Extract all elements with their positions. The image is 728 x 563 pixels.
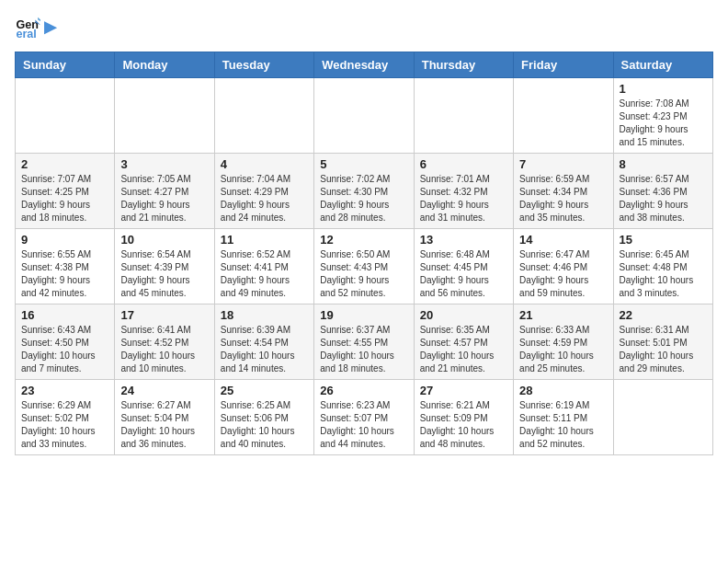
day-number: 19 xyxy=(320,308,407,322)
calendar-cell: 6Sunrise: 7:01 AM Sunset: 4:32 PM Daylig… xyxy=(414,154,513,229)
calendar-cell: 25Sunrise: 6:25 AM Sunset: 5:06 PM Dayli… xyxy=(214,380,313,455)
day-info: Sunrise: 7:04 AM Sunset: 4:29 PM Dayligh… xyxy=(221,173,308,224)
day-info: Sunrise: 6:39 AM Sunset: 4:54 PM Dayligh… xyxy=(221,324,308,375)
weekday-header-tuesday: Tuesday xyxy=(214,52,313,78)
calendar-cell: 5Sunrise: 7:02 AM Sunset: 4:30 PM Daylig… xyxy=(314,154,414,229)
calendar-cell: 17Sunrise: 6:41 AM Sunset: 4:52 PM Dayli… xyxy=(115,304,214,380)
day-number: 15 xyxy=(620,233,707,247)
calendar-cell: 4Sunrise: 7:04 AM Sunset: 4:29 PM Daylig… xyxy=(214,154,313,229)
day-info: Sunrise: 7:07 AM Sunset: 4:25 PM Dayligh… xyxy=(21,173,108,224)
day-info: Sunrise: 6:43 AM Sunset: 4:50 PM Dayligh… xyxy=(21,324,108,375)
calendar-cell xyxy=(314,78,414,154)
day-number: 7 xyxy=(519,157,607,171)
day-info: Sunrise: 6:21 AM Sunset: 5:09 PM Dayligh… xyxy=(420,399,507,451)
day-number: 18 xyxy=(221,308,308,322)
day-number: 21 xyxy=(519,308,607,322)
week-row-1: 1Sunrise: 7:08 AM Sunset: 4:23 PM Daylig… xyxy=(16,78,713,154)
calendar-cell: 22Sunrise: 6:31 AM Sunset: 5:01 PM Dayli… xyxy=(613,304,712,380)
calendar-cell: 23Sunrise: 6:29 AM Sunset: 5:02 PM Dayli… xyxy=(16,380,115,455)
page-header: Gen eral ▶ xyxy=(15,15,713,40)
day-info: Sunrise: 6:31 AM Sunset: 5:01 PM Dayligh… xyxy=(620,324,707,375)
calendar-table: SundayMondayTuesdayWednesdayThursdayFrid… xyxy=(15,52,713,455)
day-number: 6 xyxy=(420,157,507,171)
weekday-header-row: SundayMondayTuesdayWednesdayThursdayFrid… xyxy=(16,52,713,78)
logo: Gen eral ▶ xyxy=(15,15,56,40)
day-info: Sunrise: 6:25 AM Sunset: 5:06 PM Dayligh… xyxy=(221,399,308,451)
day-number: 5 xyxy=(320,157,407,171)
day-info: Sunrise: 7:01 AM Sunset: 4:32 PM Dayligh… xyxy=(420,173,507,224)
day-info: Sunrise: 6:57 AM Sunset: 4:36 PM Dayligh… xyxy=(620,173,707,224)
weekday-header-sunday: Sunday xyxy=(16,52,115,78)
day-info: Sunrise: 6:37 AM Sunset: 4:55 PM Dayligh… xyxy=(320,324,407,375)
day-number: 9 xyxy=(21,233,108,247)
weekday-header-saturday: Saturday xyxy=(613,52,712,78)
day-info: Sunrise: 6:55 AM Sunset: 4:38 PM Dayligh… xyxy=(21,248,108,300)
day-number: 23 xyxy=(21,384,108,397)
day-number: 25 xyxy=(221,384,308,397)
day-number: 17 xyxy=(120,308,208,322)
calendar-cell: 10Sunrise: 6:54 AM Sunset: 4:39 PM Dayli… xyxy=(115,229,214,304)
day-info: Sunrise: 7:08 AM Sunset: 4:23 PM Dayligh… xyxy=(620,98,707,149)
weekday-header-thursday: Thursday xyxy=(414,52,513,78)
calendar-cell: 21Sunrise: 6:33 AM Sunset: 4:59 PM Dayli… xyxy=(514,304,613,380)
week-row-2: 2Sunrise: 7:07 AM Sunset: 4:25 PM Daylig… xyxy=(16,154,713,229)
calendar-cell xyxy=(16,78,115,154)
week-row-4: 16Sunrise: 6:43 AM Sunset: 4:50 PM Dayli… xyxy=(16,304,713,380)
day-info: Sunrise: 6:33 AM Sunset: 4:59 PM Dayligh… xyxy=(519,324,607,375)
calendar-cell: 2Sunrise: 7:07 AM Sunset: 4:25 PM Daylig… xyxy=(16,154,115,229)
calendar-cell: 27Sunrise: 6:21 AM Sunset: 5:09 PM Dayli… xyxy=(414,380,513,455)
svg-text:eral: eral xyxy=(16,28,36,40)
weekday-header-friday: Friday xyxy=(514,52,613,78)
day-info: Sunrise: 6:27 AM Sunset: 5:04 PM Dayligh… xyxy=(120,399,208,451)
day-number: 26 xyxy=(320,384,407,397)
calendar-cell: 13Sunrise: 6:48 AM Sunset: 4:45 PM Dayli… xyxy=(414,229,513,304)
calendar-cell: 8Sunrise: 6:57 AM Sunset: 4:36 PM Daylig… xyxy=(613,154,712,229)
calendar-cell: 7Sunrise: 6:59 AM Sunset: 4:34 PM Daylig… xyxy=(514,154,613,229)
weekday-header-wednesday: Wednesday xyxy=(314,52,414,78)
day-info: Sunrise: 6:47 AM Sunset: 4:46 PM Dayligh… xyxy=(519,248,607,300)
day-info: Sunrise: 6:41 AM Sunset: 4:52 PM Dayligh… xyxy=(120,324,208,375)
day-number: 1 xyxy=(620,82,707,96)
day-number: 12 xyxy=(320,233,407,247)
calendar-cell: 1Sunrise: 7:08 AM Sunset: 4:23 PM Daylig… xyxy=(613,78,712,154)
calendar-cell: 16Sunrise: 6:43 AM Sunset: 4:50 PM Dayli… xyxy=(16,304,115,380)
day-number: 2 xyxy=(21,157,108,171)
week-row-5: 23Sunrise: 6:29 AM Sunset: 5:02 PM Dayli… xyxy=(16,380,713,455)
day-info: Sunrise: 6:35 AM Sunset: 4:57 PM Dayligh… xyxy=(420,324,507,375)
calendar-cell: 11Sunrise: 6:52 AM Sunset: 4:41 PM Dayli… xyxy=(214,229,313,304)
logo-line1: ▶ xyxy=(44,18,56,37)
calendar-cell: 14Sunrise: 6:47 AM Sunset: 4:46 PM Dayli… xyxy=(514,229,613,304)
calendar-cell: 3Sunrise: 7:05 AM Sunset: 4:27 PM Daylig… xyxy=(115,154,214,229)
calendar-cell xyxy=(115,78,214,154)
calendar-cell: 15Sunrise: 6:45 AM Sunset: 4:48 PM Dayli… xyxy=(613,229,712,304)
day-info: Sunrise: 6:29 AM Sunset: 5:02 PM Dayligh… xyxy=(21,399,108,451)
day-number: 3 xyxy=(120,157,208,171)
calendar-cell: 19Sunrise: 6:37 AM Sunset: 4:55 PM Dayli… xyxy=(314,304,414,380)
day-number: 8 xyxy=(620,157,707,171)
calendar-cell xyxy=(414,78,513,154)
day-info: Sunrise: 7:02 AM Sunset: 4:30 PM Dayligh… xyxy=(320,173,407,224)
day-number: 16 xyxy=(21,308,108,322)
day-info: Sunrise: 6:54 AM Sunset: 4:39 PM Dayligh… xyxy=(120,248,208,300)
calendar-cell: 9Sunrise: 6:55 AM Sunset: 4:38 PM Daylig… xyxy=(16,229,115,304)
day-info: Sunrise: 6:45 AM Sunset: 4:48 PM Dayligh… xyxy=(620,248,707,300)
logo-icon: Gen eral xyxy=(15,15,40,40)
calendar-cell: 26Sunrise: 6:23 AM Sunset: 5:07 PM Dayli… xyxy=(314,380,414,455)
day-info: Sunrise: 6:19 AM Sunset: 5:11 PM Dayligh… xyxy=(519,399,607,451)
day-info: Sunrise: 6:48 AM Sunset: 4:45 PM Dayligh… xyxy=(420,248,507,300)
day-info: Sunrise: 7:05 AM Sunset: 4:27 PM Dayligh… xyxy=(120,173,208,224)
day-number: 10 xyxy=(120,233,208,247)
calendar-cell: 18Sunrise: 6:39 AM Sunset: 4:54 PM Dayli… xyxy=(214,304,313,380)
weekday-header-monday: Monday xyxy=(115,52,214,78)
day-info: Sunrise: 6:23 AM Sunset: 5:07 PM Dayligh… xyxy=(320,399,407,451)
calendar-cell: 12Sunrise: 6:50 AM Sunset: 4:43 PM Dayli… xyxy=(314,229,414,304)
calendar-cell xyxy=(214,78,313,154)
day-number: 14 xyxy=(519,233,607,247)
day-number: 20 xyxy=(420,308,507,322)
day-number: 11 xyxy=(221,233,308,247)
day-number: 24 xyxy=(120,384,208,397)
day-number: 27 xyxy=(420,384,507,397)
day-number: 13 xyxy=(420,233,507,247)
day-number: 4 xyxy=(221,157,308,171)
calendar-cell: 28Sunrise: 6:19 AM Sunset: 5:11 PM Dayli… xyxy=(514,380,613,455)
